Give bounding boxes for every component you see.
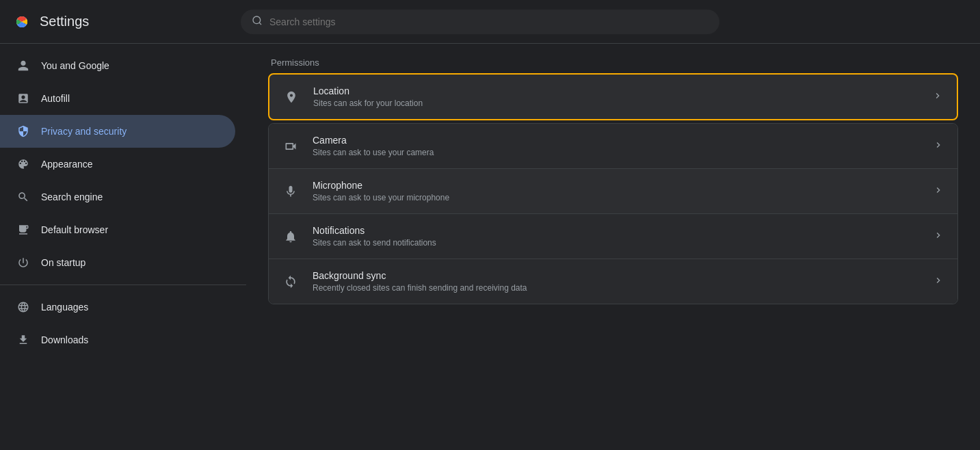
downloads-icon — [16, 333, 30, 347]
permission-text-background-sync: Background sync Recently closed sites ca… — [313, 270, 919, 293]
sidebar-item-you-and-google[interactable]: You and Google — [0, 49, 235, 82]
permission-subtitle-background-sync: Recently closed sites can finish sending… — [313, 283, 919, 293]
chevron-right-icon-microphone — [933, 185, 944, 198]
location-icon — [283, 89, 300, 105]
header: Settings — [0, 0, 980, 44]
section-label: Permissions — [268, 57, 958, 68]
search-input[interactable] — [269, 16, 708, 27]
permission-title-location: Location — [313, 85, 918, 96]
chevron-right-icon-notifications — [933, 230, 944, 243]
sidebar-item-search-engine[interactable]: Search engine — [0, 181, 235, 213]
sidebar-label-default-browser: Default browser — [41, 224, 108, 235]
body: You and Google Autofill Privacy and secu… — [0, 44, 980, 450]
languages-icon — [16, 300, 30, 314]
sidebar-item-autofill[interactable]: Autofill — [0, 82, 235, 115]
logo-area: Settings — [11, 11, 230, 33]
background-sync-icon — [282, 274, 299, 290]
permission-subtitle-notifications: Sites can ask to send notifications — [313, 238, 919, 248]
sidebar: You and Google Autofill Privacy and secu… — [0, 44, 246, 450]
default-browser-icon — [16, 223, 30, 237]
permissions-container: Camera Sites can ask to use your camera … — [268, 123, 958, 304]
sidebar-item-privacy-and-security[interactable]: Privacy and security — [0, 115, 235, 148]
permission-item-background-sync[interactable]: Background sync Recently closed sites ca… — [269, 259, 957, 304]
search-bar[interactable] — [241, 10, 719, 34]
sidebar-label-autofill: Autofill — [41, 93, 70, 104]
sidebar-item-on-startup[interactable]: On startup — [0, 246, 235, 279]
chevron-right-icon-background-sync — [933, 275, 944, 289]
permission-subtitle-microphone: Sites can ask to use your microphone — [313, 193, 919, 202]
permission-text-microphone: Microphone Sites can ask to use your mic… — [313, 180, 919, 202]
sidebar-label-on-startup: On startup — [41, 257, 85, 268]
sidebar-item-languages[interactable]: Languages — [0, 291, 235, 323]
permission-title-microphone: Microphone — [313, 180, 919, 191]
permission-subtitle-camera: Sites can ask to use your camera — [313, 148, 919, 157]
sidebar-label-privacy-and-security: Privacy and security — [41, 126, 127, 137]
permission-text-camera: Camera Sites can ask to use your camera — [313, 135, 919, 157]
permission-item-microphone[interactable]: Microphone Sites can ask to use your mic… — [269, 169, 957, 214]
svg-line-4 — [259, 23, 261, 25]
search-engine-icon — [16, 190, 30, 204]
shield-icon — [16, 124, 30, 138]
sidebar-label-downloads: Downloads — [41, 334, 88, 345]
chevron-right-icon-camera — [933, 140, 944, 153]
palette-icon — [16, 157, 30, 171]
permission-text-location: Location Sites can ask for your location — [313, 85, 918, 108]
svg-point-3 — [253, 16, 261, 24]
sidebar-item-downloads[interactable]: Downloads — [0, 323, 235, 356]
sidebar-label-languages: Languages — [41, 302, 88, 313]
permission-title-camera: Camera — [313, 135, 919, 146]
permission-title-notifications: Notifications — [313, 225, 919, 236]
camera-icon — [282, 138, 299, 155]
person-icon — [16, 59, 30, 72]
autofill-icon — [16, 92, 30, 105]
permission-text-notifications: Notifications Sites can ask to send noti… — [313, 225, 919, 248]
sidebar-label-appearance: Appearance — [41, 159, 93, 170]
sidebar-label-you-and-google: You and Google — [41, 60, 109, 71]
notifications-icon — [282, 228, 299, 245]
page-title: Settings — [40, 14, 89, 29]
on-startup-icon — [16, 256, 30, 269]
search-icon — [252, 15, 263, 29]
permission-item-camera[interactable]: Camera Sites can ask to use your camera — [269, 124, 957, 169]
permission-item-notifications[interactable]: Notifications Sites can ask to send noti… — [269, 214, 957, 259]
sidebar-item-default-browser[interactable]: Default browser — [0, 213, 235, 246]
main-content: Permissions Location Sites can ask for y… — [246, 44, 980, 450]
sidebar-item-appearance[interactable]: Appearance — [0, 148, 235, 181]
permission-subtitle-location: Sites can ask for your location — [313, 98, 918, 108]
chevron-right-icon-location — [932, 90, 943, 104]
microphone-icon — [282, 183, 299, 200]
permission-item-location[interactable]: Location Sites can ask for your location — [268, 73, 958, 120]
sidebar-label-search-engine: Search engine — [41, 191, 103, 202]
sidebar-divider — [0, 284, 246, 285]
chrome-logo-icon — [11, 11, 33, 33]
permission-title-background-sync: Background sync — [313, 270, 919, 281]
